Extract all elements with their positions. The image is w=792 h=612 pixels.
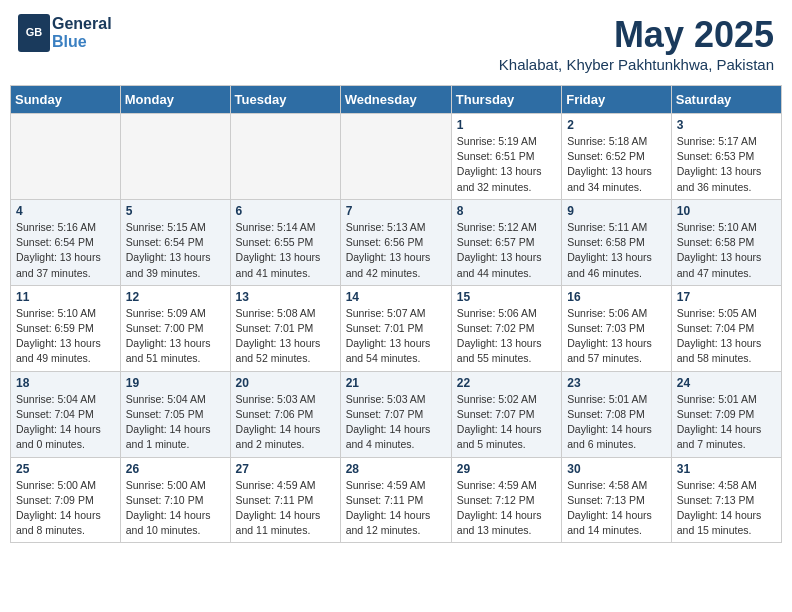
calendar-day-cell: 1Sunrise: 5:19 AMSunset: 6:51 PMDaylight… — [451, 114, 561, 200]
day-number: 18 — [16, 376, 115, 390]
day-number: 6 — [236, 204, 335, 218]
day-info: Sunrise: 5:18 AMSunset: 6:52 PMDaylight:… — [567, 134, 666, 195]
day-number: 10 — [677, 204, 776, 218]
day-number: 7 — [346, 204, 446, 218]
day-number: 15 — [457, 290, 556, 304]
calendar-day-cell — [340, 114, 451, 200]
calendar-day-cell: 21Sunrise: 5:03 AMSunset: 7:07 PMDayligh… — [340, 371, 451, 457]
calendar-day-cell: 24Sunrise: 5:01 AMSunset: 7:09 PMDayligh… — [671, 371, 781, 457]
day-info: Sunrise: 5:09 AMSunset: 7:00 PMDaylight:… — [126, 306, 225, 367]
day-info: Sunrise: 5:06 AMSunset: 7:03 PMDaylight:… — [567, 306, 666, 367]
calendar-day-cell: 16Sunrise: 5:06 AMSunset: 7:03 PMDayligh… — [562, 285, 672, 371]
day-number: 29 — [457, 462, 556, 476]
day-info: Sunrise: 5:15 AMSunset: 6:54 PMDaylight:… — [126, 220, 225, 281]
day-info: Sunrise: 4:59 AMSunset: 7:11 PMDaylight:… — [236, 478, 335, 539]
calendar-day-cell: 5Sunrise: 5:15 AMSunset: 6:54 PMDaylight… — [120, 199, 230, 285]
calendar-week-row: 11Sunrise: 5:10 AMSunset: 6:59 PMDayligh… — [11, 285, 782, 371]
calendar-day-cell: 2Sunrise: 5:18 AMSunset: 6:52 PMDaylight… — [562, 114, 672, 200]
day-number: 31 — [677, 462, 776, 476]
logo-icon: GB — [18, 14, 50, 52]
day-info: Sunrise: 4:59 AMSunset: 7:11 PMDaylight:… — [346, 478, 446, 539]
day-info: Sunrise: 5:00 AMSunset: 7:09 PMDaylight:… — [16, 478, 115, 539]
day-info: Sunrise: 5:00 AMSunset: 7:10 PMDaylight:… — [126, 478, 225, 539]
calendar-day-cell: 20Sunrise: 5:03 AMSunset: 7:06 PMDayligh… — [230, 371, 340, 457]
day-info: Sunrise: 5:10 AMSunset: 6:58 PMDaylight:… — [677, 220, 776, 281]
day-number: 27 — [236, 462, 335, 476]
day-number: 22 — [457, 376, 556, 390]
day-info: Sunrise: 5:03 AMSunset: 7:06 PMDaylight:… — [236, 392, 335, 453]
day-info: Sunrise: 5:02 AMSunset: 7:07 PMDaylight:… — [457, 392, 556, 453]
calendar-day-cell: 13Sunrise: 5:08 AMSunset: 7:01 PMDayligh… — [230, 285, 340, 371]
title-section: May 2025 Khalabat, Khyber Pakhtunkhwa, P… — [499, 14, 774, 73]
calendar-day-cell: 31Sunrise: 4:58 AMSunset: 7:13 PMDayligh… — [671, 457, 781, 543]
calendar-day-cell — [230, 114, 340, 200]
day-info: Sunrise: 5:16 AMSunset: 6:54 PMDaylight:… — [16, 220, 115, 281]
day-number: 21 — [346, 376, 446, 390]
calendar-day-cell — [11, 114, 121, 200]
day-number: 2 — [567, 118, 666, 132]
day-info: Sunrise: 5:17 AMSunset: 6:53 PMDaylight:… — [677, 134, 776, 195]
day-info: Sunrise: 5:07 AMSunset: 7:01 PMDaylight:… — [346, 306, 446, 367]
day-info: Sunrise: 5:14 AMSunset: 6:55 PMDaylight:… — [236, 220, 335, 281]
day-number: 13 — [236, 290, 335, 304]
day-number: 12 — [126, 290, 225, 304]
day-info: Sunrise: 5:05 AMSunset: 7:04 PMDaylight:… — [677, 306, 776, 367]
day-info: Sunrise: 5:13 AMSunset: 6:56 PMDaylight:… — [346, 220, 446, 281]
location-title: Khalabat, Khyber Pakhtunkhwa, Pakistan — [499, 56, 774, 73]
day-info: Sunrise: 5:19 AMSunset: 6:51 PMDaylight:… — [457, 134, 556, 195]
day-number: 30 — [567, 462, 666, 476]
day-info: Sunrise: 4:58 AMSunset: 7:13 PMDaylight:… — [677, 478, 776, 539]
day-info: Sunrise: 4:58 AMSunset: 7:13 PMDaylight:… — [567, 478, 666, 539]
calendar-day-cell: 18Sunrise: 5:04 AMSunset: 7:04 PMDayligh… — [11, 371, 121, 457]
calendar-day-cell: 8Sunrise: 5:12 AMSunset: 6:57 PMDaylight… — [451, 199, 561, 285]
day-number: 17 — [677, 290, 776, 304]
weekday-header: Tuesday — [230, 86, 340, 114]
day-info: Sunrise: 5:01 AMSunset: 7:09 PMDaylight:… — [677, 392, 776, 453]
calendar-day-cell: 15Sunrise: 5:06 AMSunset: 7:02 PMDayligh… — [451, 285, 561, 371]
day-number: 28 — [346, 462, 446, 476]
calendar-table: SundayMondayTuesdayWednesdayThursdayFrid… — [10, 85, 782, 543]
day-number: 16 — [567, 290, 666, 304]
day-number: 24 — [677, 376, 776, 390]
calendar-day-cell: 3Sunrise: 5:17 AMSunset: 6:53 PMDaylight… — [671, 114, 781, 200]
day-number: 1 — [457, 118, 556, 132]
day-number: 23 — [567, 376, 666, 390]
calendar-day-cell: 27Sunrise: 4:59 AMSunset: 7:11 PMDayligh… — [230, 457, 340, 543]
calendar-header-row: SundayMondayTuesdayWednesdayThursdayFrid… — [11, 86, 782, 114]
day-number: 11 — [16, 290, 115, 304]
logo: GB General Blue — [18, 14, 112, 52]
calendar-week-row: 18Sunrise: 5:04 AMSunset: 7:04 PMDayligh… — [11, 371, 782, 457]
day-info: Sunrise: 5:01 AMSunset: 7:08 PMDaylight:… — [567, 392, 666, 453]
day-number: 20 — [236, 376, 335, 390]
page-header: GB General Blue May 2025 Khalabat, Khybe… — [10, 10, 782, 77]
month-title: May 2025 — [499, 14, 774, 56]
calendar-day-cell: 28Sunrise: 4:59 AMSunset: 7:11 PMDayligh… — [340, 457, 451, 543]
day-number: 19 — [126, 376, 225, 390]
calendar-day-cell: 6Sunrise: 5:14 AMSunset: 6:55 PMDaylight… — [230, 199, 340, 285]
day-number: 9 — [567, 204, 666, 218]
calendar-day-cell — [120, 114, 230, 200]
day-number: 8 — [457, 204, 556, 218]
day-number: 5 — [126, 204, 225, 218]
weekday-header: Thursday — [451, 86, 561, 114]
day-info: Sunrise: 5:12 AMSunset: 6:57 PMDaylight:… — [457, 220, 556, 281]
calendar-day-cell: 10Sunrise: 5:10 AMSunset: 6:58 PMDayligh… — [671, 199, 781, 285]
logo-general-text: General — [52, 15, 112, 33]
calendar-day-cell: 29Sunrise: 4:59 AMSunset: 7:12 PMDayligh… — [451, 457, 561, 543]
day-info: Sunrise: 5:10 AMSunset: 6:59 PMDaylight:… — [16, 306, 115, 367]
calendar-day-cell: 19Sunrise: 5:04 AMSunset: 7:05 PMDayligh… — [120, 371, 230, 457]
calendar-week-row: 25Sunrise: 5:00 AMSunset: 7:09 PMDayligh… — [11, 457, 782, 543]
weekday-header: Saturday — [671, 86, 781, 114]
svg-text:GB: GB — [26, 26, 43, 38]
calendar-day-cell: 9Sunrise: 5:11 AMSunset: 6:58 PMDaylight… — [562, 199, 672, 285]
calendar-day-cell: 30Sunrise: 4:58 AMSunset: 7:13 PMDayligh… — [562, 457, 672, 543]
calendar-week-row: 1Sunrise: 5:19 AMSunset: 6:51 PMDaylight… — [11, 114, 782, 200]
calendar-week-row: 4Sunrise: 5:16 AMSunset: 6:54 PMDaylight… — [11, 199, 782, 285]
day-info: Sunrise: 5:04 AMSunset: 7:04 PMDaylight:… — [16, 392, 115, 453]
weekday-header: Monday — [120, 86, 230, 114]
calendar-day-cell: 26Sunrise: 5:00 AMSunset: 7:10 PMDayligh… — [120, 457, 230, 543]
calendar-day-cell: 11Sunrise: 5:10 AMSunset: 6:59 PMDayligh… — [11, 285, 121, 371]
day-number: 3 — [677, 118, 776, 132]
calendar-day-cell: 23Sunrise: 5:01 AMSunset: 7:08 PMDayligh… — [562, 371, 672, 457]
day-number: 14 — [346, 290, 446, 304]
